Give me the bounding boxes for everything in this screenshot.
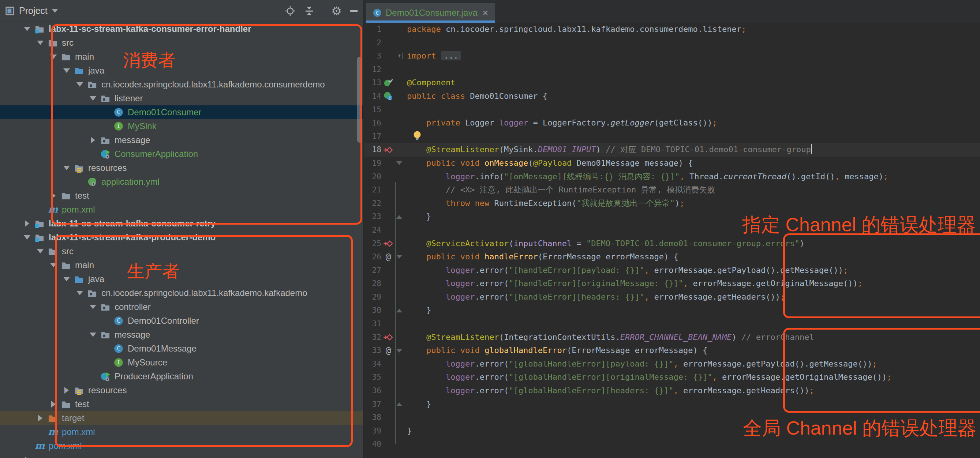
tree-item-pom-xml[interactable]: mpom.xml: [0, 439, 363, 453]
code-line-17[interactable]: 17: [364, 130, 980, 143]
tree-item-partial[interactable]: [0, 453, 363, 458]
fold-marker-plus[interactable]: +: [394, 49, 405, 63]
tree-item-main[interactable]: main: [0, 258, 363, 272]
tree-item-message[interactable]: message: [0, 328, 363, 342]
tree-item-cn-iocoder-springcloud-labx11-kafkademo-kafkademo[interactable]: cn.iocoder.springcloud.labx11.kafkademo.…: [0, 286, 363, 300]
chevron-expanded-icon[interactable]: [49, 52, 58, 61]
code-line-19[interactable]: 19 public void onMessage(@Payload Demo01…: [364, 157, 980, 170]
tree-item-resources[interactable]: resources: [0, 161, 363, 175]
chevron-down-icon[interactable]: [52, 9, 58, 13]
code-line-15[interactable]: 15: [364, 103, 980, 117]
code-line-12[interactable]: 12: [364, 63, 980, 76]
code-line-29[interactable]: 29 logger.error("[handleError][headers: …: [364, 291, 980, 304]
message-mapping-icon[interactable]: [383, 143, 394, 157]
code-line-34[interactable]: 34 logger.error("[globalHandleError][pay…: [364, 358, 980, 371]
chevron-collapsed-icon[interactable]: [49, 400, 58, 409]
tree-item-src[interactable]: src: [0, 244, 363, 258]
tree-item-labx-11-sc-stream-kafka-consumer-retry[interactable]: labx-11-sc-stream-kafka-consumer-retry: [0, 216, 363, 231]
close-icon[interactable]: ×: [483, 9, 488, 16]
tree-item-java[interactable]: java: [0, 272, 363, 286]
tree-item-resources[interactable]: resources: [0, 383, 363, 397]
settings-icon[interactable]: ⚙: [331, 5, 342, 17]
chevron-expanded-icon[interactable]: [23, 233, 32, 242]
folded-imports-chip[interactable]: ...: [441, 51, 461, 60]
code-line-28[interactable]: 28 logger.error("[handleError][originalM…: [364, 277, 980, 291]
tree-item-pom-xml[interactable]: mpom.xml: [0, 203, 363, 216]
tree-item-labx-11-sc-stream-kafka-consumer-error-handler[interactable]: labx-11-sc-stream-kafka-consumer-error-h…: [0, 22, 363, 36]
code-line-38[interactable]: 38: [364, 411, 980, 425]
chevron-expanded-icon[interactable]: [62, 164, 71, 172]
code-line-21[interactable]: 21 // <X> 注意, 此处抛出一个 RuntimeException 异常…: [364, 183, 980, 197]
tree-item-pom-xml[interactable]: mpom.xml: [0, 425, 363, 439]
chevron-collapsed-icon[interactable]: [23, 455, 32, 458]
message-mapping-icon[interactable]: [383, 331, 394, 344]
tree-item-java[interactable]: java: [0, 64, 363, 78]
panel-title[interactable]: Project: [19, 5, 48, 16]
code-line-25[interactable]: 25 @ServiceActivator(inputChannel = "DEM…: [364, 237, 980, 251]
tree-item-demo01consumer[interactable]: CDemo01Consumer: [0, 105, 363, 119]
code-line-33[interactable]: 33@ public void globalHandleError(ErrorM…: [364, 344, 980, 358]
tree-item-mysink[interactable]: IMySink: [0, 119, 363, 133]
tree-item-test[interactable]: test: [0, 189, 363, 203]
code-line-40[interactable]: 40: [364, 437, 980, 451]
override-at-icon[interactable]: @: [383, 250, 394, 264]
code-line-37[interactable]: 37 }: [364, 398, 980, 411]
chevron-expanded-icon[interactable]: [62, 275, 71, 283]
chevron-expanded-icon[interactable]: [89, 330, 97, 339]
chevron-collapsed-icon[interactable]: [49, 191, 58, 200]
code-line-16[interactable]: 16 private Logger logger = LoggerFactory…: [364, 116, 980, 130]
override-at-icon[interactable]: @: [383, 344, 394, 358]
code-line-22[interactable]: 22 throw new RuntimeException("我就是故意抛出一个…: [364, 197, 980, 210]
code-line-23[interactable]: 23 }: [364, 210, 980, 224]
spring-bean-icon[interactable]: C: [383, 90, 394, 103]
code-line-31[interactable]: 31: [364, 317, 980, 331]
fold-marker-open[interactable]: [394, 157, 405, 170]
tree-item-producerapplication[interactable]: ProducerApplication: [0, 369, 363, 383]
code-line-36[interactable]: 36 logger.error("[globalHandleError][hea…: [364, 384, 980, 398]
locate-icon[interactable]: [285, 5, 296, 16]
tree-item-labx-11-sc-stream-kafka-producer-demo[interactable]: labx-11-sc-stream-kafka-producer-demo: [0, 231, 363, 244]
chevron-expanded-icon[interactable]: [49, 261, 58, 270]
fold-marker-open[interactable]: [394, 344, 405, 358]
tree-item-cn-iocoder-springcloud-labx11-kafkademo-consumerdemo[interactable]: cn.iocoder.springcloud.labx11.kafkademo.…: [0, 78, 363, 91]
hide-panel-icon[interactable]: [350, 10, 358, 12]
code-line-27[interactable]: 27 logger.error("[handleError][payload: …: [364, 264, 980, 277]
chevron-expanded-icon[interactable]: [75, 289, 84, 297]
tree-item-consumerapplication[interactable]: ConsumerApplication: [0, 147, 363, 161]
tab-demo01consumer[interactable]: C Demo01Consumer.java ×: [366, 3, 495, 23]
tree-item-demo01message[interactable]: CDemo01Message: [0, 342, 363, 356]
code-line-1[interactable]: 1package cn.iocoder.springcloud.labx11.k…: [364, 23, 980, 36]
code-line-24[interactable]: 24: [364, 224, 980, 237]
code-line-35[interactable]: 35 logger.error("[globalHandleError][ori…: [364, 371, 980, 384]
tree-item-target[interactable]: target: [0, 411, 363, 425]
code-line-20[interactable]: 20 logger.info("[onMessage][线程编号:{} 消息内容…: [364, 170, 980, 184]
chevron-collapsed-icon[interactable]: [36, 414, 45, 423]
tree-item-controller[interactable]: controller: [0, 300, 363, 314]
chevron-expanded-icon[interactable]: [89, 302, 97, 311]
fold-marker-close[interactable]: [394, 398, 405, 411]
tree-item-demo01controller[interactable]: CDemo01Controller: [0, 314, 363, 328]
code-line-39[interactable]: 39}: [364, 425, 980, 438]
code-line-30[interactable]: 30 }: [364, 304, 980, 317]
code-line-14[interactable]: 14Cpublic class Demo01Consumer {: [364, 90, 980, 103]
chevron-collapsed-icon[interactable]: [23, 219, 32, 228]
code-editor[interactable]: 1package cn.iocoder.springcloud.labx11.k…: [364, 23, 980, 458]
tree-item-message[interactable]: message: [0, 133, 363, 147]
fold-marker-close[interactable]: [394, 304, 405, 317]
collapse-all-icon[interactable]: [304, 5, 315, 16]
chevron-expanded-icon[interactable]: [75, 80, 84, 89]
tree-item-test[interactable]: test: [0, 397, 363, 411]
code-line-2[interactable]: 2: [364, 36, 980, 50]
code-line-18[interactable]: 18 @StreamListener(MySink.DEMO01_INPUT) …: [364, 143, 980, 157]
tree-item-main[interactable]: main: [0, 50, 363, 64]
chevron-expanded-icon[interactable]: [23, 24, 32, 33]
chevron-expanded-icon[interactable]: [36, 247, 45, 256]
tree-item-application-yml[interactable]: application.yml: [0, 175, 363, 189]
code-line-32[interactable]: 32 @StreamListener(IntegrationContextUti…: [364, 331, 980, 344]
spring-ok-icon[interactable]: [383, 76, 394, 90]
chevron-expanded-icon[interactable]: [36, 38, 45, 47]
code-line-3[interactable]: 3+import ...: [364, 49, 980, 63]
chevron-expanded-icon[interactable]: [89, 94, 97, 103]
code-line-13[interactable]: 13@Component: [364, 76, 980, 90]
tree-item-mysource[interactable]: IMySource: [0, 356, 363, 369]
